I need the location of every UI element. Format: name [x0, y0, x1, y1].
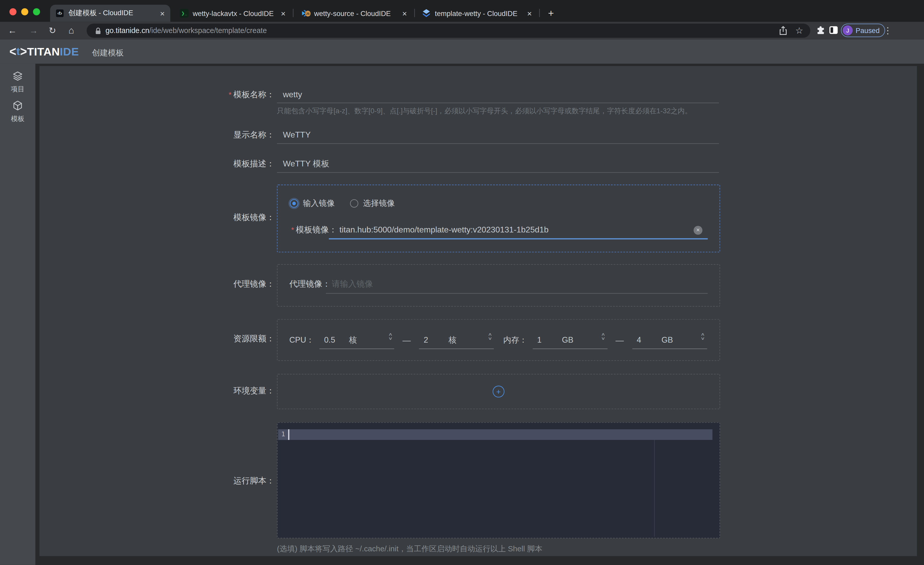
reload-icon[interactable]: ↻ — [47, 25, 58, 36]
description-input[interactable]: WeTTY 模板 — [283, 159, 329, 169]
add-env-var-button[interactable]: + — [493, 386, 504, 398]
proxy-image-underline — [326, 293, 708, 294]
range-separator: — — [615, 336, 624, 345]
radio-select-image[interactable]: 选择镜像 — [350, 198, 395, 209]
inner-label-proxy-image: 代理镜像： — [289, 279, 330, 290]
stepper-arrows[interactable]: ∧∨ — [389, 332, 392, 340]
inner-label-template-image: *模板镜像： — [291, 225, 337, 235]
field-label-proxy-image: 代理镜像： — [192, 279, 274, 290]
stepper-down-icon: ∨ — [601, 336, 606, 340]
profile-avatar: J — [843, 25, 853, 35]
create-template-form: *模板名称： wetty 只能包含小写字母[a-z]、数字[0-9]、点[.]与… — [39, 66, 917, 556]
home-icon[interactable]: ⌂ — [66, 25, 76, 36]
clear-input-icon[interactable]: ✕ — [693, 226, 702, 234]
tab-title: 创建模板 - CloudIDE — [68, 8, 153, 18]
url-path: /ide/web/workspace/template/create — [149, 27, 267, 35]
tab-wetty-source[interactable]: JS wetty-source - CloudIDE ✕ — [296, 5, 412, 22]
editor-ruler — [654, 440, 655, 536]
radio-selected-icon — [290, 200, 298, 208]
tab-close-icon[interactable]: ✕ — [400, 10, 407, 17]
name-input-underline — [277, 103, 719, 103]
stepper-down-icon: ∨ — [388, 336, 393, 340]
extensions-puzzle-icon[interactable] — [816, 26, 825, 35]
tab-create-template[interactable]: ‹t› 创建模板 - CloudIDE ✕ — [50, 5, 170, 22]
titanide-logo[interactable]: <t>TITANIDE — [9, 45, 79, 58]
traffic-minimize-button[interactable] — [21, 8, 28, 15]
cpu-label: CPU： — [289, 335, 314, 346]
memory-max-stepper[interactable]: 4 GB ∧∨ — [632, 332, 706, 349]
cpu-max-stepper[interactable]: 2 核 ∧∨ — [419, 332, 494, 349]
tab-divider — [414, 9, 415, 17]
stepper-up-icon: ∧ — [488, 332, 492, 336]
template-image-underline-focused — [329, 238, 708, 239]
stepper-down-icon: ∨ — [701, 336, 705, 340]
address-bar[interactable]: go.titanide.cn /ide/web/workspace/templa… — [87, 24, 810, 38]
range-separator: — — [402, 336, 411, 345]
editor-current-line[interactable]: 1 — [278, 429, 712, 440]
field-label-env-vars: 环境变量： — [192, 386, 274, 396]
tab-title: wetty-lackavtx - CloudIDE — [193, 9, 274, 17]
sidebar-item-projects[interactable]: 项目 — [0, 71, 35, 94]
profile-status: Paused — [856, 26, 880, 35]
traffic-zoom-button[interactable] — [33, 8, 40, 15]
browser-menu-icon[interactable]: ⋮ — [883, 25, 892, 36]
display-name-input[interactable]: WeTTY — [283, 130, 310, 139]
cpu-min-stepper[interactable]: 0.5 核 ∧∨ — [320, 332, 394, 349]
run-script-hint: (选填) 脚本将写入路径 ~/.cache/.init，当工作区启动时自动运行以… — [277, 544, 542, 554]
vscode-js-favicon: JS — [301, 9, 310, 18]
sidebar-item-label: 项目 — [0, 85, 35, 94]
stepper-up-icon: ∧ — [388, 332, 393, 336]
tab-title: template-wetty - CloudIDE — [435, 9, 520, 17]
proxy-image-input[interactable]: 请输入镜像 — [332, 279, 373, 290]
back-icon[interactable]: ← — [7, 25, 18, 36]
image-mode-radios: 输入镜像 选择镜像 — [290, 198, 395, 209]
stepper-down-icon: ∨ — [488, 336, 492, 340]
name-hint: 只能包含小写字母[a-z]、数字[0-9]、点[.]与破折号[-]，必须以小写字… — [277, 106, 692, 116]
stepper-arrows[interactable]: ∧∨ — [489, 332, 492, 340]
share-icon[interactable] — [779, 26, 787, 36]
run-script-editor[interactable]: 1 — [277, 422, 720, 538]
required-asterisk: * — [291, 225, 294, 234]
titanide-favicon: ‹t› — [56, 9, 64, 18]
template-image-input[interactable]: titan.hub:5000/demo/template-wetty:v2023… — [339, 225, 549, 234]
field-label-name: *模板名称： — [192, 90, 274, 100]
tab-close-icon[interactable]: ✕ — [278, 10, 286, 17]
memory-min-stepper[interactable]: 1 GB ∧∨ — [532, 332, 607, 349]
forward-icon[interactable]: → — [28, 25, 39, 36]
field-label-run-script: 运行脚本： — [192, 476, 274, 487]
sidebar-item-templates[interactable]: 模板 — [0, 101, 35, 123]
tab-close-icon[interactable]: ✕ — [158, 10, 165, 17]
stepper-up-icon: ∧ — [701, 332, 705, 336]
lock-icon — [95, 27, 101, 35]
url-domain: go.titanide.cn — [105, 27, 149, 35]
radio-unselected-icon — [350, 200, 358, 208]
description-underline — [277, 172, 719, 173]
name-input[interactable]: wetty — [283, 90, 302, 99]
bookmark-star-icon[interactable]: ☆ — [795, 25, 803, 36]
stepper-arrows[interactable]: ∧∨ — [602, 332, 605, 340]
tab-close-icon[interactable]: ✕ — [525, 10, 532, 17]
resources-row: CPU： 0.5 核 ∧∨ — 2 核 ∧∨ 内存： 1 GB ∧∨ — 4 — [289, 332, 706, 349]
layers-favicon — [422, 9, 431, 18]
stepper-arrows[interactable]: ∧∨ — [702, 332, 705, 340]
tab-wetty-lackavtx[interactable]: ❯_ wetty-lackavtx - CloudIDE ✕ — [174, 5, 291, 22]
page-title: 创建模板 — [92, 48, 124, 58]
field-label-template-image: 模板镜像： — [192, 212, 274, 223]
side-panel-icon[interactable] — [829, 26, 838, 34]
layers-icon — [12, 71, 23, 81]
tab-divider — [293, 9, 293, 17]
field-label-description: 模板描述： — [192, 159, 274, 169]
terminal-favicon: ❯_ — [180, 9, 189, 18]
field-label-display-name: 显示名称： — [192, 130, 274, 140]
traffic-close-button[interactable] — [9, 8, 16, 15]
sidebar-item-label: 模板 — [0, 114, 35, 123]
editor-caret — [288, 429, 289, 440]
memory-label: 内存： — [503, 335, 527, 346]
profile-chip[interactable]: J Paused — [841, 24, 885, 37]
stepper-up-icon: ∧ — [601, 332, 606, 336]
tab-template-wetty[interactable]: template-wetty - CloudIDE ✕ — [417, 5, 537, 22]
new-tab-button[interactable]: + — [543, 6, 558, 21]
screen: ‹t› 创建模板 - CloudIDE ✕ ❯_ wetty-lackavtx … — [0, 0, 924, 565]
radio-input-image[interactable]: 输入镜像 — [290, 198, 335, 209]
display-name-underline — [277, 143, 719, 144]
